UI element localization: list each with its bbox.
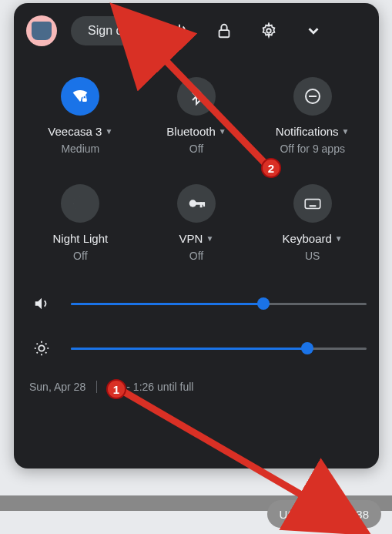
svg-rect-10	[305, 200, 320, 209]
keyboard-label-text: Keyboard	[283, 232, 332, 245]
svg-rect-3	[82, 98, 87, 102]
tray-battery-charging-icon	[324, 507, 332, 521]
quick-settings-panel: Sign out Veecasa 3 ▼ Medium	[14, 3, 379, 469]
svg-rect-8	[200, 202, 203, 207]
nightlight-sub: Off	[73, 250, 87, 262]
vpn-label[interactable]: VPN ▼	[179, 232, 214, 245]
vpn-tile: VPN ▼ Off	[142, 184, 251, 262]
vpn-label-text: VPN	[179, 232, 203, 245]
svg-rect-9	[203, 202, 205, 207]
notifications-label-text: Notifications	[276, 125, 339, 138]
svg-rect-7	[195, 202, 205, 205]
svg-rect-27	[327, 508, 330, 509]
chevron-down-icon: ▼	[335, 234, 343, 243]
keyboard-icon[interactable]	[293, 184, 332, 223]
notifications-icon[interactable]	[293, 77, 332, 116]
volume-slider-row	[31, 293, 367, 314]
tiles-grid: Veecasa 3 ▼ Medium Bluetooth ▼ Off Notif…	[26, 77, 367, 262]
gear-icon[interactable]	[253, 15, 284, 46]
nightlight-tile: Night Light Off	[26, 184, 135, 262]
header-row: Sign out	[26, 15, 367, 46]
wifi-tile: Veecasa 3 ▼ Medium	[26, 77, 135, 155]
nightlight-icon[interactable]	[61, 184, 99, 223]
sign-out-button[interactable]: Sign out	[71, 16, 150, 45]
power-icon[interactable]	[164, 15, 195, 46]
nightlight-label-text: Night Light	[52, 232, 108, 245]
nightlight-label: Night Light	[52, 232, 108, 245]
tray-time: 09:38	[340, 508, 369, 521]
notifications-sub: Off for 9 apps	[280, 143, 345, 155]
brightness-slider[interactable]	[71, 348, 367, 350]
vpn-sub: Off	[189, 250, 203, 262]
wifi-label-text: Veecasa 3	[48, 125, 102, 138]
keyboard-tile: Keyboard ▼ US	[258, 184, 367, 262]
panel-footer: Sun, Apr 28 1% - 1:26 until full	[26, 381, 367, 393]
svg-point-1	[266, 29, 271, 33]
brightness-slider-row	[31, 338, 367, 359]
keyboard-label[interactable]: Keyboard ▼	[283, 232, 343, 245]
svg-line-24	[37, 352, 38, 353]
lock-icon[interactable]	[209, 15, 240, 46]
avatar[interactable]	[26, 15, 57, 46]
footer-divider	[96, 381, 97, 393]
brightness-fill	[71, 348, 307, 350]
notifications-label[interactable]: Notifications ▼	[276, 125, 350, 138]
chevron-down-icon: ▼	[105, 127, 112, 136]
wifi-label[interactable]: Veecasa 3 ▼	[48, 125, 112, 138]
collapse-icon[interactable]	[298, 15, 329, 46]
volume-icon[interactable]	[31, 293, 52, 314]
brightness-icon[interactable]	[31, 338, 52, 359]
footer-date: Sun, Apr 28	[29, 381, 85, 393]
wifi-sub: Medium	[61, 143, 99, 155]
chevron-down-icon: ▼	[342, 127, 350, 136]
sliders	[26, 293, 367, 359]
svg-line-22	[37, 344, 38, 344]
volume-slider[interactable]	[71, 303, 367, 305]
brightness-thumb[interactable]	[301, 342, 313, 354]
volume-fill	[71, 303, 263, 305]
svg-point-17	[39, 345, 44, 351]
wifi-icon[interactable]	[61, 77, 99, 116]
tray-keyboard-label: US	[280, 508, 296, 521]
bluetooth-tile: Bluetooth ▼ Off	[142, 77, 251, 155]
bluetooth-label[interactable]: Bluetooth ▼	[166, 125, 226, 138]
notifications-tile: Notifications ▼ Off for 9 apps	[258, 77, 367, 155]
annotation-badge-2: 2	[261, 158, 281, 178]
svg-rect-0	[219, 30, 229, 37]
keyboard-sub: US	[305, 250, 320, 262]
svg-line-25	[45, 344, 46, 344]
bluetooth-icon[interactable]	[177, 77, 216, 116]
volume-thumb[interactable]	[257, 297, 270, 310]
system-tray[interactable]: US 09:38	[267, 500, 381, 528]
avatar-image	[32, 22, 52, 40]
chevron-down-icon: ▼	[219, 127, 226, 136]
svg-line-23	[45, 352, 46, 353]
annotation-badge-1: 1	[106, 379, 126, 399]
tray-wifi-icon	[303, 507, 317, 521]
chevron-down-icon: ▼	[206, 234, 213, 243]
bluetooth-sub: Off	[189, 143, 203, 155]
bluetooth-label-text: Bluetooth	[166, 125, 215, 138]
vpn-icon[interactable]	[177, 184, 216, 223]
